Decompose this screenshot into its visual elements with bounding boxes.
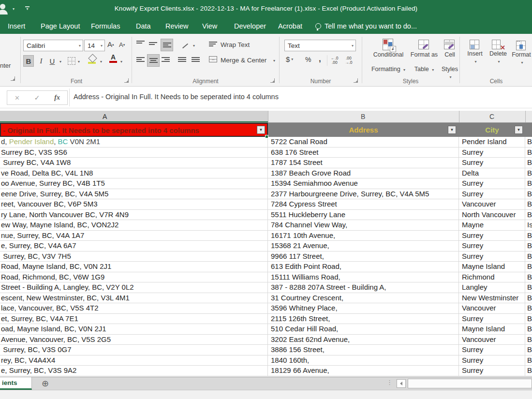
cell-c[interactable]: Vancouver [459, 199, 525, 209]
format-cells-button[interactable]: ↔ Format▾ [511, 40, 532, 66]
alignment-dialog-launcher-icon[interactable] [270, 78, 275, 83]
header-cell-d[interactable] [525, 123, 532, 137]
cell-c[interactable]: Mayne [459, 220, 525, 230]
cell-b[interactable]: 15111 Williams Road, [268, 272, 459, 282]
tab-view[interactable]: View [202, 22, 217, 30]
cell-b[interactable]: 9966 117 Street, [268, 251, 459, 262]
wrap-text-button[interactable]: Wrap Text [221, 41, 250, 48]
cell-styles-button[interactable]: Cell Styles ▾ [440, 39, 459, 81]
font-color-dropdown-icon[interactable]: ▾ [120, 59, 122, 64]
tab-acrobat[interactable]: Acrobat [278, 22, 302, 30]
bold-button[interactable]: B [23, 55, 34, 67]
font-size-combo[interactable]: 14▾ [84, 40, 105, 51]
cell-b[interactable]: 613 Edith Point Road, [268, 262, 459, 272]
percent-button[interactable]: % [305, 56, 311, 63]
cell-d[interactable]: B [525, 272, 532, 282]
cell-b[interactable]: 5511 Huckleberry Lane [268, 210, 459, 220]
comma-style-button[interactable]: , [319, 54, 321, 64]
align-right-button[interactable] [162, 57, 170, 62]
cell-d[interactable]: B [525, 148, 532, 158]
insert-function-icon[interactable]: fx [54, 94, 60, 102]
cell-b[interactable]: 3596 Whitney Place, [268, 303, 459, 313]
cell-c[interactable]: Surrey [459, 241, 525, 251]
cell-a[interactable]: Surrey BC, V4A 1W8 [0, 158, 268, 168]
number-dialog-launcher-icon[interactable] [354, 78, 358, 83]
cell-b[interactable]: 15394 Semiahmoo Avenue [268, 178, 459, 189]
font-dialog-launcher-icon[interactable] [124, 78, 129, 83]
cell-c[interactable]: Delta [459, 168, 525, 178]
borders-button[interactable] [68, 57, 75, 65]
cell-a[interactable]: reet, Vancouver BC, V6P 5M3 [0, 199, 268, 209]
decrease-decimal-button[interactable]: .00 →.0 [345, 56, 353, 65]
cell-b[interactable]: 510 Cedar Hill Road, [268, 324, 459, 334]
cell-d[interactable]: B [525, 345, 532, 355]
cell-c[interactable]: Surrey [459, 355, 525, 366]
sheet-tab-clients[interactable]: ients [0, 377, 32, 390]
cell-a[interactable]: et, Surrey, BC, V4A 7E1 [0, 314, 268, 324]
cell-a[interactable]: lace, Vancouver, BC, V5S 4T2 [0, 303, 268, 313]
cell-a[interactable]: Surrey, BC, V3S 0G7 [0, 345, 268, 355]
cell-a[interactable]: Surrey BC, V3S 9S6 [0, 148, 268, 158]
cell-d[interactable]: B [525, 137, 532, 147]
cell-c[interactable]: Surrey [459, 231, 525, 241]
shrink-font-button[interactable]: A▾ [119, 41, 125, 48]
currency-button[interactable]: $▾ [286, 55, 293, 63]
cell-d[interactable]: B [525, 251, 532, 262]
cell-c[interactable]: Surrey [459, 158, 525, 168]
clipboard-dialog-launcher-icon[interactable] [11, 76, 15, 81]
cell-c[interactable]: North Vancouver [459, 210, 525, 220]
formula-bar-value[interactable]: Address - Original In Full. It Needs to … [74, 93, 279, 101]
cell-d[interactable]: B [525, 199, 532, 209]
cell-a[interactable]: ve Road, Delta BC, V4L 1N8 [0, 168, 268, 178]
cell-d[interactable]: B [525, 262, 532, 272]
cell-d[interactable]: B [525, 314, 532, 324]
cancel-icon[interactable]: ✕ [15, 94, 20, 102]
cell-d[interactable]: B [525, 158, 532, 168]
cell-d[interactable]: B [525, 241, 532, 251]
cell-d[interactable]: B [525, 355, 532, 366]
cell-d[interactable]: B [525, 210, 532, 220]
cell-d[interactable]: B [525, 324, 532, 334]
cell-b[interactable]: 5722 Canal Road [268, 137, 459, 147]
hscroll-left-arrow[interactable] [397, 379, 406, 388]
cell-b[interactable]: 387 - 8288 207A Street - Building A, [268, 282, 459, 293]
grow-font-button[interactable]: A▴ [107, 40, 114, 48]
cell-c[interactable]: Langley [459, 282, 525, 293]
filter-dropdown-b[interactable]: ▼ [448, 126, 456, 134]
cell-a[interactable]: d, Pender Island, BC V0N 2M1 [0, 137, 268, 147]
format-as-table-button[interactable]: Format as Table ▾ [409, 39, 439, 74]
tab-page-layout[interactable]: Page Layout [41, 22, 80, 30]
cell-c[interactable]: Surrey [459, 189, 525, 199]
cell-b[interactable]: 2377 Harbourgreene Drive, Surrey, BC, V4… [268, 189, 459, 199]
filter-dropdown-c[interactable]: ▼ [515, 126, 523, 134]
column-letter-c[interactable]: C [489, 113, 494, 120]
filter-dropdown-a[interactable]: ▼ [257, 126, 265, 134]
cell-d[interactable]: B [525, 189, 532, 199]
format-painter-label-fragment[interactable]: nter [0, 62, 20, 69]
fill-color-button[interactable] [88, 55, 96, 64]
merge-center-button[interactable]: Merge & Center [221, 57, 266, 64]
fill-color-dropdown-icon[interactable]: ▾ [100, 59, 102, 64]
cell-c[interactable]: Pender Island [459, 137, 525, 147]
cell-b[interactable]: 3886 156 Street, [268, 345, 459, 355]
cell-a[interactable]: e, Surrey, BC, V4A 6A7 [0, 241, 268, 251]
cell-d[interactable]: B [525, 303, 532, 313]
column-letter-a[interactable]: A [103, 113, 107, 120]
cell-b[interactable]: 1840 160th, [268, 355, 459, 366]
tab-formulas[interactable]: Formulas [91, 22, 120, 30]
top-align-button[interactable] [136, 41, 145, 44]
cell-a[interactable]: e, Surrey, BC, V3S 9A2 [0, 366, 268, 376]
cell-c[interactable]: Surrey [459, 366, 525, 376]
bottom-align-button[interactable] [161, 39, 173, 51]
cell-a[interactable]: rey, BC, V4A4X4 [0, 355, 268, 366]
cell-b[interactable]: 15368 21 Avenue, [268, 241, 459, 251]
increase-indent-button[interactable] [192, 57, 200, 62]
font-color-button[interactable]: A [109, 54, 117, 63]
cell-d[interactable]: B [525, 293, 532, 303]
header-cell-address[interactable]: Address [268, 123, 459, 137]
fill-handle[interactable] [265, 135, 268, 138]
cell-b[interactable]: 16171 10th Avenue, [268, 231, 459, 241]
number-format-combo[interactable]: Text▾ [284, 40, 356, 51]
cell-c[interactable]: Surrey [459, 314, 525, 324]
cell-c[interactable]: New Westminster [459, 293, 525, 303]
